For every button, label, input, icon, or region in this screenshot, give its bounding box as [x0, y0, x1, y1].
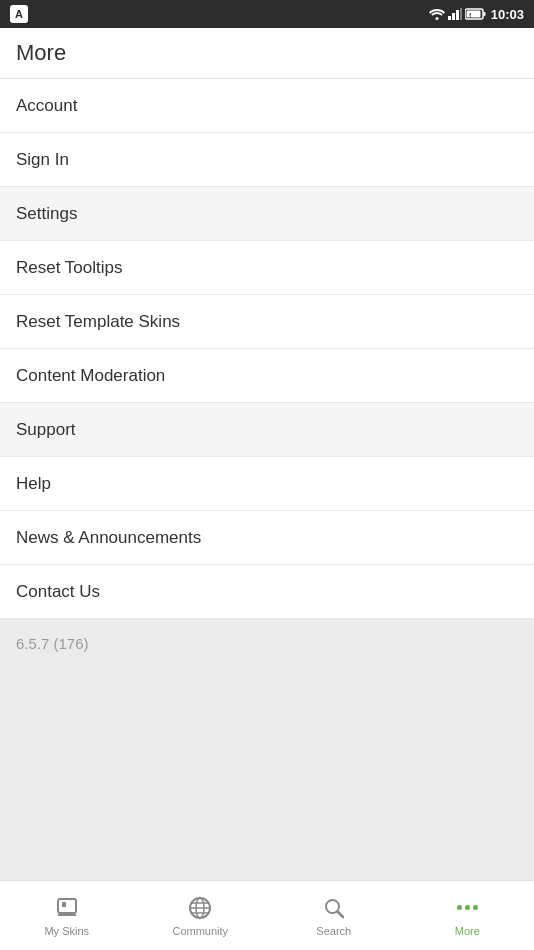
menu-item-contact-us-label: Contact Us — [16, 582, 100, 602]
svg-point-0 — [435, 17, 438, 20]
svg-rect-3 — [456, 10, 459, 20]
menu-item-settings[interactable]: Settings — [0, 187, 534, 241]
menu-item-reset-template-skins[interactable]: Reset Template Skins — [0, 295, 534, 349]
search-icon — [321, 895, 347, 921]
nav-item-community-label: Community — [172, 925, 228, 937]
version-label: 6.5.7 (176) — [16, 635, 89, 652]
svg-text:!: ! — [469, 12, 471, 19]
dot-1 — [457, 905, 462, 910]
menu-item-reset-template-skins-label: Reset Template Skins — [16, 312, 180, 332]
battery-icon: ! — [465, 8, 487, 20]
status-bar-right: ! 10:03 — [429, 7, 524, 22]
nav-item-my-skins-label: My Skins — [44, 925, 89, 937]
version-section: 6.5.7 (176) — [0, 619, 534, 880]
community-icon — [187, 895, 213, 921]
my-skins-icon — [54, 895, 80, 921]
search-svg — [322, 896, 346, 920]
menu-item-support[interactable]: Support — [0, 403, 534, 457]
dot-2 — [465, 905, 470, 910]
menu-item-account-label: Account — [16, 96, 77, 116]
svg-line-20 — [337, 911, 343, 917]
svg-rect-10 — [62, 902, 66, 907]
menu-item-help-label: Help — [16, 474, 51, 494]
status-bar: A ! 10:03 — [0, 0, 534, 28]
page-title: More — [16, 40, 66, 65]
menu-item-reset-tooltips[interactable]: Reset Tooltips — [0, 241, 534, 295]
menu-list: Account Sign In Settings Reset Tooltips … — [0, 79, 534, 619]
menu-item-sign-in[interactable]: Sign In — [0, 133, 534, 187]
svg-rect-1 — [448, 16, 451, 20]
svg-rect-2 — [452, 13, 455, 20]
nav-item-search-label: Search — [316, 925, 351, 937]
menu-item-content-moderation[interactable]: Content Moderation — [0, 349, 534, 403]
app-icon: A — [10, 5, 28, 23]
community-svg — [188, 896, 212, 920]
time-display: 10:03 — [491, 7, 524, 22]
menu-item-account[interactable]: Account — [0, 79, 534, 133]
menu-item-news-announcements-label: News & Announcements — [16, 528, 201, 548]
more-icon — [454, 895, 480, 921]
wifi-icon — [429, 8, 445, 20]
svg-rect-9 — [58, 899, 76, 913]
nav-item-my-skins[interactable]: My Skins — [0, 881, 134, 950]
menu-item-sign-in-label: Sign In — [16, 150, 69, 170]
nav-item-community[interactable]: Community — [134, 881, 268, 950]
bottom-nav: My Skins Community Search — [0, 880, 534, 950]
menu-item-news-announcements[interactable]: News & Announcements — [0, 511, 534, 565]
menu-item-content-moderation-label: Content Moderation — [16, 366, 165, 386]
page-header: More — [0, 28, 534, 79]
menu-item-support-label: Support — [16, 420, 76, 440]
main-content: More Account Sign In Settings Reset Tool… — [0, 28, 534, 880]
signal-icon — [448, 8, 462, 20]
svg-rect-4 — [460, 8, 462, 20]
menu-item-reset-tooltips-label: Reset Tooltips — [16, 258, 122, 278]
menu-item-contact-us[interactable]: Contact Us — [0, 565, 534, 619]
status-icons: ! — [429, 8, 487, 20]
svg-rect-6 — [483, 12, 485, 16]
nav-item-more[interactable]: More — [401, 881, 535, 950]
nav-item-more-label: More — [455, 925, 480, 937]
menu-item-settings-label: Settings — [16, 204, 77, 224]
dot-3 — [473, 905, 478, 910]
menu-item-help[interactable]: Help — [0, 457, 534, 511]
my-skins-svg — [55, 896, 79, 920]
status-bar-left: A — [10, 5, 28, 23]
nav-item-search[interactable]: Search — [267, 881, 401, 950]
